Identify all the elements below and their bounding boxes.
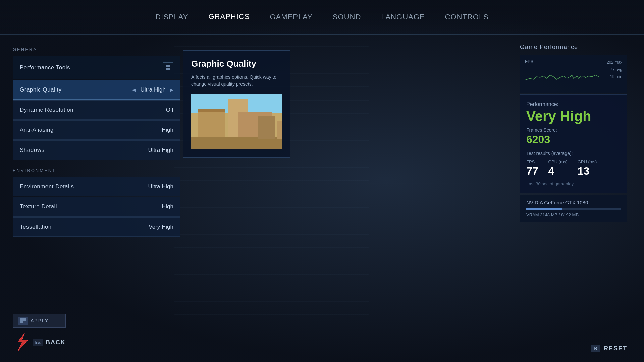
metric-gpu: GPU (ms) 13 [578, 159, 597, 177]
gpu-box: NVIDIA GeForce GTX 1080 VRAM 3148 MB / 8… [520, 195, 627, 222]
apply-icon [18, 317, 28, 325]
metric-cpu: CPU (ms) 4 [548, 159, 568, 177]
anti-aliasing-value: High [162, 127, 173, 133]
back-button[interactable]: Esc BACK [13, 333, 66, 352]
setting-dynamic-resolution[interactable]: Dynamic Resolution Off [13, 100, 180, 120]
right-performance-panel: Game Performance FPS 202 max 77 avg 19 m… [520, 44, 627, 222]
metric-gpu-name: GPU (ms) [578, 159, 597, 164]
game-performance-title: Game Performance [520, 44, 627, 51]
setting-name-performance-tools: Performance Tools [20, 64, 70, 71]
vram-label: VRAM 3148 MB / 8192 MB [526, 212, 621, 217]
setting-value-texture-detail: High [162, 203, 173, 210]
graphic-quality-arrow-left[interactable]: ◀ [132, 87, 136, 93]
setting-name-graphic-quality: Graphic Quality [20, 86, 62, 93]
setting-anti-aliasing[interactable]: Anti-Aliasing High [13, 120, 180, 140]
nav-sound[interactable]: Sound [333, 10, 361, 24]
preview-building-5 [277, 121, 282, 139]
fps-chart-svg [525, 67, 599, 87]
general-section-label: GENERAL [13, 47, 180, 52]
nav-display[interactable]: Display [155, 10, 188, 24]
nav-gameplay[interactable]: Gameplay [270, 10, 312, 24]
setting-tessellation[interactable]: Tessellation Very High [13, 217, 180, 237]
setting-shadows[interactable]: Shadows Ultra High [13, 140, 180, 160]
vram-bar-background [526, 208, 621, 210]
preview-building-4 [258, 116, 275, 139]
apply-label: APPLY [31, 318, 49, 323]
reset-label: RESET [604, 345, 627, 352]
center-info-panel: Graphic Quality Affects all graphics opt… [183, 50, 290, 158]
nav-controls[interactable]: Controls [445, 10, 489, 24]
reset-key-label: R [594, 346, 597, 351]
setting-performance-tools[interactable]: Performance Tools [13, 56, 180, 79]
shadows-value: Ultra High [148, 147, 173, 154]
environment-settings-list: Environment Details Ultra High Texture D… [13, 177, 180, 237]
setting-value-tessellation: Very High [149, 224, 173, 230]
metrics-row: FPS 77 CPU (ms) 4 GPU (ms) 13 [526, 159, 621, 177]
metric-fps: FPS 77 [526, 159, 538, 177]
setting-environment-details[interactable]: Environment Details Ultra High [13, 177, 180, 196]
environment-details-value: Ultra High [148, 183, 173, 190]
tessellation-value: Very High [149, 224, 173, 230]
last-sec-label: Last 30 sec of gameplay [526, 181, 621, 186]
svg-rect-6 [20, 318, 23, 321]
frames-score-label: Frames Score: [526, 127, 621, 133]
svg-marker-9 [18, 333, 28, 351]
general-settings-list: Performance Tools Graphic Quality ◀ Ultr… [13, 56, 180, 160]
setting-texture-detail[interactable]: Texture Detail High [13, 197, 180, 217]
performance-value: Very High [526, 109, 621, 124]
nav-language[interactable]: Language [381, 10, 425, 24]
svg-rect-2 [166, 68, 168, 70]
graphic-quality-arrow-right[interactable]: ▶ [170, 87, 173, 93]
back-lightning-icon [13, 333, 30, 352]
performance-box: Performance: Very High Frames Score: 620… [520, 94, 627, 193]
reset-button[interactable]: R RESET [591, 345, 627, 352]
back-key-label: Esc [35, 341, 41, 344]
svg-rect-3 [168, 68, 170, 70]
fps-chart-container: FPS 202 max 77 avg 19 min [520, 55, 627, 93]
graphic-quality-value: Ultra High [140, 86, 166, 93]
setting-graphic-quality[interactable]: Graphic Quality ◀ Ultra High ▶ [13, 80, 180, 100]
nav-items: Display Graphics Gameplay Sound Language… [155, 10, 489, 24]
vram-bar-fill [526, 208, 562, 210]
setting-name-shadows: Shadows [20, 147, 44, 154]
setting-value-shadows: Ultra High [148, 147, 173, 154]
metric-cpu-name: CPU (ms) [548, 159, 568, 164]
setting-name-anti-aliasing: Anti-Aliasing [20, 127, 54, 133]
svg-rect-1 [168, 65, 170, 67]
top-divider [0, 34, 644, 35]
dynamic-resolution-value: Off [166, 107, 173, 113]
bottom-controls: APPLY Esc BACK [13, 314, 66, 352]
setting-name-environment-details: Environment Details [20, 183, 74, 190]
left-settings-panel: GENERAL Performance Tools Graphic Qualit… [13, 40, 180, 237]
svg-rect-0 [166, 65, 168, 67]
nav-graphics[interactable]: Graphics [209, 10, 250, 24]
setting-value-anti-aliasing: High [162, 127, 173, 133]
frames-score-value: 6203 [526, 133, 621, 146]
gpu-name: NVIDIA GeForce GTX 1080 [526, 200, 621, 205]
svg-rect-7 [23, 318, 26, 321]
setting-name-texture-detail: Texture Detail [20, 203, 57, 210]
back-key-icon: Esc [33, 339, 43, 346]
setting-name-tessellation: Tessellation [20, 224, 52, 230]
setting-value-environment-details: Ultra High [148, 183, 173, 190]
performance-label: Performance: [526, 101, 621, 107]
settings-scroll-container: Performance Tools Graphic Quality ◀ Ultr… [13, 56, 180, 237]
svg-rect-8 [20, 321, 23, 323]
setting-value-dynamic-resolution: Off [166, 107, 173, 113]
metric-gpu-value: 13 [578, 165, 597, 177]
reset-key-icon: R [591, 345, 600, 352]
setting-name-dynamic-resolution: Dynamic Resolution [20, 107, 73, 113]
texture-detail-value: High [162, 203, 173, 210]
top-navigation: Display Graphics Gameplay Sound Language… [0, 0, 644, 34]
back-label: BACK [46, 339, 66, 346]
fps-max: 202 max [607, 59, 622, 66]
info-panel-preview [191, 94, 282, 149]
test-results-label: Test results (average): [526, 150, 621, 156]
info-panel-description: Affects all graphics options. Quick way … [191, 74, 282, 88]
fps-chart [525, 67, 622, 88]
metric-fps-name: FPS [526, 159, 538, 164]
apply-button[interactable]: APPLY [13, 314, 66, 328]
metric-cpu-value: 4 [548, 165, 568, 177]
preview-building-1 [198, 109, 225, 139]
info-panel-title: Graphic Quality [191, 59, 282, 69]
